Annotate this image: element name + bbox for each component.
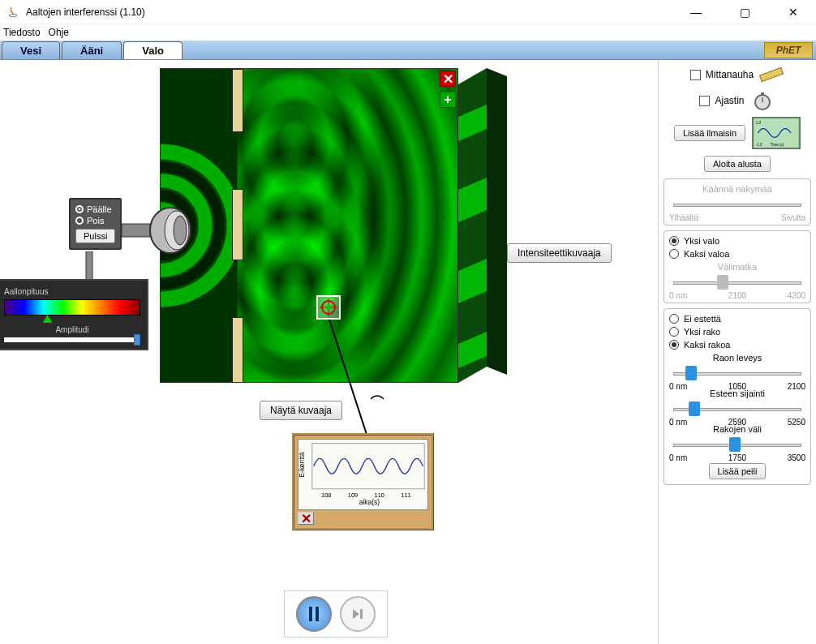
barrier-bottom[interactable] xyxy=(232,317,243,383)
rotate-section: Käännä näkymää YlhäältäSivulta xyxy=(664,178,811,225)
stopwatch-icon xyxy=(749,91,775,110)
detector-probe[interactable] xyxy=(316,295,341,320)
pulse-button[interactable]: Pulssi xyxy=(75,229,115,243)
barrier-section: Ei estettä Yksi rako Kaksi rakoa Raon le… xyxy=(664,308,811,485)
tape-label: Mittanauha xyxy=(706,69,754,80)
amplitude-label: Amplitudi xyxy=(4,325,140,334)
tab-water[interactable]: Vesi xyxy=(2,41,60,59)
svg-rect-26 xyxy=(312,444,424,489)
two-slits-label: Kaksi rakoa xyxy=(684,340,730,350)
radio-on-label: Päälle xyxy=(87,204,112,214)
source-controls: Päälle Pois Pulssi xyxy=(69,198,122,250)
amplitude-thumb[interactable] xyxy=(134,334,140,346)
phet-logo[interactable]: PhET xyxy=(764,42,813,58)
rotate-title: Käännä näkymää xyxy=(669,184,805,194)
graph-tick: 108 xyxy=(321,492,331,499)
one-slit-label: Yksi rako xyxy=(684,327,720,337)
svg-marker-16 xyxy=(487,68,507,375)
wavelength-slider[interactable] xyxy=(4,299,140,316)
wavelength-thumb[interactable] xyxy=(42,315,52,323)
wavelength-label: Aallonpituus xyxy=(4,287,140,296)
graph-popup[interactable]: E-kenttä 108 109 110 111 aika(s) ✕ xyxy=(292,433,434,530)
simulation-area: ✕ + xyxy=(0,60,658,644)
one-light-label: Yksi valo xyxy=(684,236,719,246)
control-panel: Mittanauha Ajastin Lisää ilmaisin 1.0-1.… xyxy=(658,60,816,644)
svg-rect-4 xyxy=(237,69,457,382)
lights-section: Yksi valo Kaksi valoa Välimatka 0 nm2100… xyxy=(664,230,811,303)
slit-width-title: Raon leveys xyxy=(669,353,805,363)
play-controls xyxy=(284,590,388,638)
menubar: Tiedosto Ohje xyxy=(0,24,816,41)
radio-off-label: Pois xyxy=(87,216,104,225)
barrier-pos-slider[interactable]: 0 nm25905250 xyxy=(669,400,805,424)
svg-marker-29 xyxy=(353,609,359,619)
timer-label: Ajastin xyxy=(715,95,744,106)
wave-canvas[interactable]: ✕ + xyxy=(160,68,458,383)
rotate-left-label: Ylhäältä xyxy=(669,213,698,222)
show-graph-button[interactable]: Näytä kuvaaja xyxy=(260,401,342,420)
radio-on[interactable]: Päälle xyxy=(75,204,115,214)
intensity-graph-button[interactable]: Intensiteettikuvaaja xyxy=(507,243,612,263)
add-detector-button[interactable]: Lisää ilmaisin xyxy=(674,125,745,141)
svg-rect-31 xyxy=(760,67,784,81)
radio-two-slits[interactable]: Kaksi rakoa xyxy=(669,340,805,350)
graph-ylabel: E-kenttä xyxy=(298,452,306,478)
radio-one-light[interactable]: Yksi valo xyxy=(669,236,805,246)
graph-tick: 111 xyxy=(401,492,410,499)
svg-text:1.0: 1.0 xyxy=(756,121,762,125)
radio-one-slit[interactable]: Yksi rako xyxy=(669,327,805,337)
add-source-icon[interactable]: + xyxy=(440,92,456,108)
radio-no-barrier[interactable]: Ei estettä xyxy=(669,314,805,324)
graph-tick: 109 xyxy=(348,492,358,499)
svg-point-0 xyxy=(9,14,17,16)
two-lights-label: Kaksi valoa xyxy=(684,249,729,259)
graph-xlabel: aika(s) xyxy=(359,498,380,506)
slit-sep-slider[interactable]: 0 nm17503500 xyxy=(669,436,805,460)
spacing-slider: 0 nm21004200 xyxy=(669,273,805,298)
rotate-slider[interactable]: YlhäältäSivulta xyxy=(669,195,805,220)
reset-button[interactable]: Aloita alusta xyxy=(704,156,771,172)
svg-text:-1.0: -1.0 xyxy=(756,143,762,147)
step-button[interactable] xyxy=(340,596,376,632)
svg-rect-27 xyxy=(309,607,312,621)
tab-light[interactable]: Valo xyxy=(123,41,183,59)
menu-help[interactable]: Ohje xyxy=(49,27,69,38)
radio-two-lights[interactable]: Kaksi valoa xyxy=(669,249,805,259)
titlebar: Aaltojen interferenssi (1.10) — ▢ ✕ xyxy=(0,0,816,24)
svg-rect-21 xyxy=(122,224,150,237)
minimize-button[interactable]: — xyxy=(680,1,712,24)
maximize-button[interactable]: ▢ xyxy=(728,1,761,24)
barrier-top[interactable] xyxy=(232,69,243,132)
menu-file[interactable]: Tiedosto xyxy=(3,27,41,38)
spacing-title: Välimatka xyxy=(669,262,805,272)
tabbar: Vesi Ääni Valo PhET xyxy=(0,41,816,60)
projection-screen[interactable] xyxy=(458,68,507,383)
close-button[interactable]: ✕ xyxy=(777,1,810,24)
svg-rect-28 xyxy=(316,607,319,621)
graph-plot: E-kenttä 108 109 110 111 aika(s) xyxy=(298,439,428,510)
close-canvas-icon[interactable]: ✕ xyxy=(440,71,456,87)
timer-checkbox[interactable] xyxy=(699,96,710,106)
barrier-mid[interactable] xyxy=(232,189,243,260)
rotate-right-label: Sivulta xyxy=(781,213,805,222)
ruler-icon xyxy=(758,65,784,84)
java-icon xyxy=(6,6,19,19)
no-barrier-label: Ei estettä xyxy=(684,314,721,324)
pause-button[interactable] xyxy=(296,596,332,632)
svg-point-24 xyxy=(174,216,187,245)
add-mirror-button[interactable]: Lisää peili xyxy=(709,463,767,479)
wave-pattern xyxy=(161,69,457,382)
light-source[interactable] xyxy=(122,206,195,255)
graph-close-icon[interactable]: ✕ xyxy=(298,512,314,525)
probe-connector-icon xyxy=(369,391,385,407)
tape-checkbox[interactable] xyxy=(690,70,701,80)
tab-sound[interactable]: Ääni xyxy=(62,41,122,59)
svg-point-14 xyxy=(326,305,331,310)
oscilloscope-icon: 1.0-1.0Time (s) xyxy=(752,117,801,149)
slit-width-slider[interactable]: 0 nm10502100 xyxy=(669,364,805,389)
svg-rect-33 xyxy=(761,92,764,96)
spectrum-panel: Aallonpituus Amplitudi xyxy=(0,279,148,350)
svg-text:Time (s): Time (s) xyxy=(771,143,784,147)
amplitude-slider[interactable] xyxy=(4,337,140,342)
radio-off[interactable]: Pois xyxy=(75,216,115,225)
